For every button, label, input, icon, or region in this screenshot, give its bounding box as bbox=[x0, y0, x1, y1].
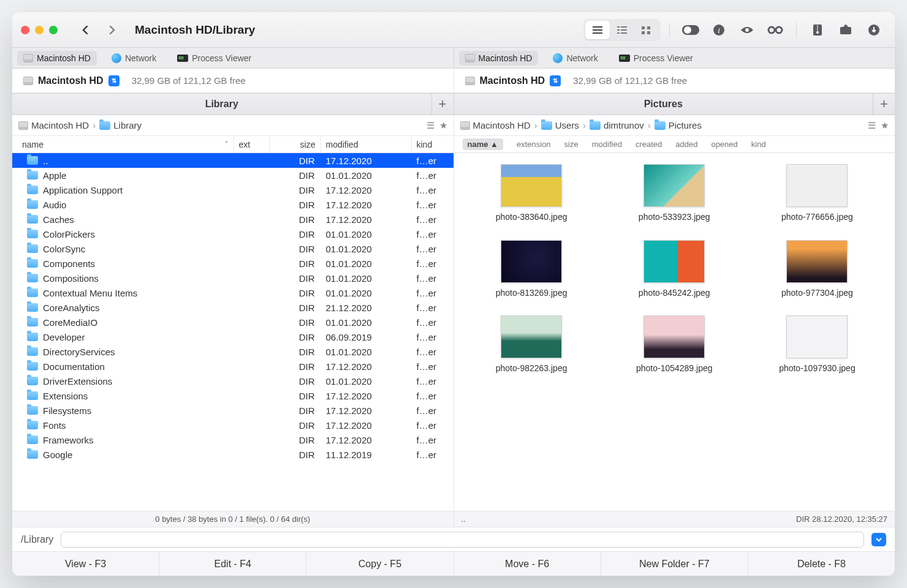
gallery-col-kind[interactable]: kind bbox=[751, 140, 766, 149]
tab-network[interactable]: Network bbox=[547, 51, 604, 66]
find-button[interactable] bbox=[763, 17, 787, 43]
gallery-item[interactable]: photo-977304.jpeg bbox=[746, 240, 889, 299]
breadcrumb-item[interactable]: Users bbox=[541, 120, 579, 130]
volume-select[interactable]: Macintosh HD ⇅ bbox=[18, 74, 124, 88]
gallery-item[interactable]: photo-533923.jpeg bbox=[603, 164, 746, 223]
nav-back-button[interactable] bbox=[75, 20, 96, 40]
gallery-item-label: photo-1097930.jpeg bbox=[779, 363, 856, 374]
fn-edit-button[interactable]: Edit - F4 bbox=[159, 552, 306, 576]
table-row[interactable]: FrameworksDIR17.12.2020f…er bbox=[12, 432, 454, 447]
table-row[interactable]: GoogleDIR11.12.2019f…er bbox=[12, 447, 454, 462]
table-row[interactable]: CachesDIR17.12.2020f…er bbox=[12, 212, 454, 227]
tab-hd[interactable]: Macintosh HD bbox=[459, 51, 539, 66]
table-row[interactable]: DeveloperDIR06.09.2019f…er bbox=[12, 330, 454, 344]
share-button[interactable] bbox=[833, 17, 858, 43]
table-row[interactable]: DirectoryServicesDIR01.01.2020f…er bbox=[12, 344, 454, 359]
list-icon[interactable]: ☰ bbox=[868, 120, 876, 131]
table-row[interactable]: FontsDIR17.12.2020f…er bbox=[12, 418, 454, 432]
nav-forward-button[interactable] bbox=[102, 20, 123, 40]
add-tab-button[interactable]: + bbox=[431, 94, 454, 115]
command-menu-button[interactable] bbox=[871, 533, 886, 546]
folder-icon bbox=[27, 318, 38, 326]
info-button[interactable]: i bbox=[707, 17, 731, 43]
volume-row: Macintosh HD ⇅ 32,99 GB of 121,12 GB fre… bbox=[12, 69, 895, 93]
gallery[interactable]: photo-383640.jpegphoto-533923.jpegphoto-… bbox=[454, 153, 895, 511]
table-row[interactable]: ..DIR17.12.2020f…er bbox=[12, 153, 454, 168]
star-icon[interactable]: ★ bbox=[881, 120, 889, 131]
gallery-item[interactable]: photo-1054289.jpeg bbox=[603, 315, 746, 374]
gallery-col-opened[interactable]: opened bbox=[711, 140, 737, 149]
folder-icon bbox=[27, 171, 38, 179]
table-row[interactable]: ColorSyncDIR01.01.2020f…er bbox=[12, 241, 454, 256]
globe-icon bbox=[112, 53, 121, 63]
fn-move-button[interactable]: Move - F6 bbox=[454, 552, 601, 576]
breadcrumb-item[interactable]: Macintosh HD bbox=[18, 120, 89, 130]
table-header: name˄ ext size modified kind bbox=[12, 136, 454, 153]
status-text: DIR 28.12.2020, 12:35:27 bbox=[796, 514, 887, 524]
table-row[interactable]: Contextual Menu ItemsDIR01.01.2020f…er bbox=[12, 285, 454, 300]
gallery-item[interactable]: photo-813269.jpeg bbox=[460, 240, 603, 299]
close-icon[interactable] bbox=[21, 26, 29, 34]
list-icon[interactable]: ☰ bbox=[427, 120, 435, 131]
gallery-col-modified[interactable]: modified bbox=[592, 140, 622, 149]
view-icons-button[interactable] bbox=[634, 21, 659, 39]
gallery-item[interactable]: photo-776656.jpeg bbox=[746, 164, 889, 223]
table-row[interactable]: ComponentsDIR01.01.2020f…er bbox=[12, 256, 454, 271]
app-window: Macintosh HD/Library i Macintosh HD Netw… bbox=[12, 12, 895, 576]
tab-hd[interactable]: Macintosh HD bbox=[17, 51, 97, 66]
add-tab-button[interactable]: + bbox=[873, 94, 895, 115]
view-columns-button[interactable] bbox=[610, 21, 634, 39]
volume-left: Macintosh HD ⇅ 32,99 GB of 121,12 GB fre… bbox=[12, 69, 454, 92]
th-size[interactable]: size bbox=[270, 136, 321, 153]
table-row[interactable]: CompositionsDIR01.01.2020f…er bbox=[12, 271, 454, 285]
volume-select[interactable]: Macintosh HD ⇅ bbox=[460, 74, 566, 88]
fn-copy-button[interactable]: Copy - F5 bbox=[306, 552, 454, 576]
command-input[interactable] bbox=[61, 532, 864, 548]
tab-network[interactable]: Network bbox=[105, 51, 162, 66]
th-modified[interactable]: modified bbox=[321, 136, 412, 153]
table-row[interactable]: AudioDIR17.12.2020f…er bbox=[12, 197, 454, 212]
zoom-icon[interactable] bbox=[49, 26, 58, 34]
table-row[interactable]: CoreAnalyticsDIR21.12.2020f…er bbox=[12, 300, 454, 315]
breadcrumb-item[interactable]: Macintosh HD bbox=[460, 120, 531, 130]
fn-delete-button[interactable]: Delete - F8 bbox=[748, 552, 895, 576]
breadcrumb-item[interactable]: dimtrunov bbox=[590, 120, 644, 130]
gallery-col-size[interactable]: size bbox=[564, 140, 579, 149]
gallery-item[interactable]: photo-1097930.jpeg bbox=[746, 315, 889, 374]
breadcrumb-item[interactable]: Library bbox=[99, 120, 142, 130]
table-row[interactable]: ExtensionsDIR17.12.2020f…er bbox=[12, 388, 454, 403]
star-icon[interactable]: ★ bbox=[439, 120, 447, 131]
th-name[interactable]: name˄ bbox=[12, 136, 234, 153]
gallery-col-name[interactable]: name ▲ bbox=[463, 138, 503, 150]
gallery-item[interactable]: photo-982263.jpeg bbox=[460, 315, 603, 374]
tab-process[interactable]: Process Viewer bbox=[171, 51, 257, 66]
breadcrumb-item[interactable]: Pictures bbox=[655, 120, 702, 130]
tab-process[interactable]: Process Viewer bbox=[613, 51, 699, 66]
fn-view-button[interactable]: View - F3 bbox=[12, 552, 159, 576]
gallery-col-extension[interactable]: extension bbox=[517, 140, 551, 149]
minimize-icon[interactable] bbox=[35, 26, 44, 34]
table-row[interactable]: DocumentationDIR17.12.2020f…er bbox=[12, 359, 454, 374]
toggle-hidden-button[interactable] bbox=[678, 17, 703, 43]
th-ext[interactable]: ext bbox=[234, 136, 270, 153]
gallery-col-added[interactable]: added bbox=[675, 140, 697, 149]
archive-button[interactable] bbox=[805, 17, 830, 43]
table-row[interactable]: Application SupportDIR17.12.2020f…er bbox=[12, 183, 454, 197]
gallery-item-label: photo-1054289.jpeg bbox=[636, 363, 713, 374]
table-row[interactable]: ColorPickersDIR01.01.2020f…er bbox=[12, 227, 454, 241]
gallery-item[interactable]: photo-383640.jpeg bbox=[460, 164, 603, 223]
table-row[interactable]: DriverExtensionsDIR01.01.2020f…er bbox=[12, 374, 454, 388]
th-kind[interactable]: kind bbox=[412, 136, 454, 153]
view-list-button[interactable] bbox=[585, 21, 610, 39]
loc-title[interactable]: Pictures bbox=[454, 99, 873, 110]
table-row[interactable]: AppleDIR01.01.2020f…er bbox=[12, 168, 454, 183]
preview-button[interactable] bbox=[735, 17, 759, 43]
table-row[interactable]: FilesystemsDIR17.12.2020f…er bbox=[12, 403, 454, 418]
download-button[interactable] bbox=[862, 17, 886, 43]
fn-newfolder-button[interactable]: New Folder - F7 bbox=[601, 552, 748, 576]
gallery-item[interactable]: photo-845242.jpeg bbox=[603, 240, 746, 299]
gallery-col-created[interactable]: created bbox=[636, 140, 662, 149]
table-row[interactable]: CoreMediaIODIR01.01.2020f…er bbox=[12, 315, 454, 330]
file-list[interactable]: ..DIR17.12.2020f…erAppleDIR01.01.2020f…e… bbox=[12, 153, 454, 511]
loc-title[interactable]: Library bbox=[12, 99, 431, 110]
